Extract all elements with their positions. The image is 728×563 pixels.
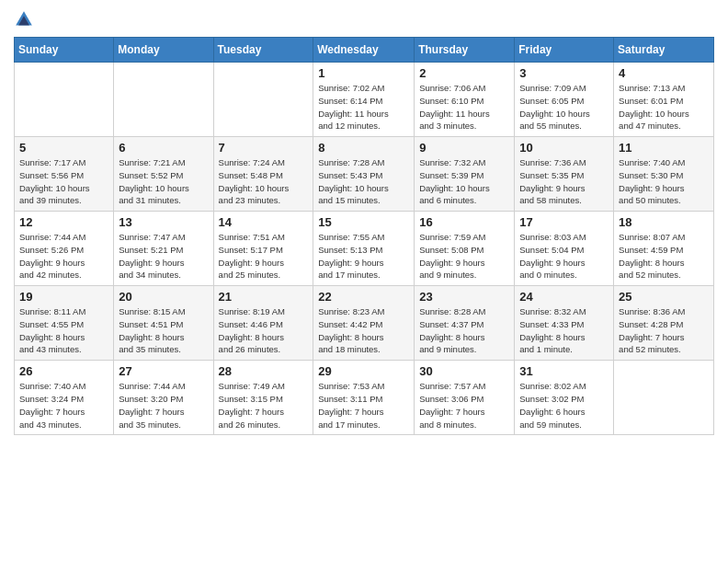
- day-number: 27: [119, 364, 208, 378]
- day-number: 20: [119, 290, 208, 304]
- day-info: Sunrise: 8:15 AM Sunset: 4:51 PM Dayligh…: [119, 305, 208, 356]
- day-info: Sunrise: 7:44 AM Sunset: 3:20 PM Dayligh…: [119, 380, 208, 431]
- day-info: Sunrise: 7:32 AM Sunset: 5:39 PM Dayligh…: [419, 156, 509, 207]
- calendar-cell: 3Sunrise: 7:09 AM Sunset: 6:05 PM Daylig…: [515, 63, 614, 137]
- calendar-cell: 16Sunrise: 7:59 AM Sunset: 5:08 PM Dayli…: [415, 212, 515, 286]
- calendar-header: SundayMondayTuesdayWednesdayThursdayFrid…: [15, 38, 714, 63]
- header: [14, 9, 714, 29]
- calendar-cell: 23Sunrise: 8:28 AM Sunset: 4:37 PM Dayli…: [415, 286, 515, 361]
- calendar-cell: 19Sunrise: 8:11 AM Sunset: 4:55 PM Dayli…: [15, 286, 114, 361]
- calendar: SundayMondayTuesdayWednesdayThursdayFrid…: [14, 37, 714, 435]
- day-info: Sunrise: 7:21 AM Sunset: 5:52 PM Dayligh…: [119, 156, 208, 207]
- day-number: 19: [19, 290, 108, 304]
- day-number: 28: [219, 364, 309, 378]
- day-number: 8: [318, 141, 409, 155]
- day-info: Sunrise: 7:57 AM Sunset: 3:06 PM Dayligh…: [419, 380, 509, 431]
- calendar-cell: 2Sunrise: 7:06 AM Sunset: 6:10 PM Daylig…: [415, 63, 515, 137]
- calendar-cell: 7Sunrise: 7:24 AM Sunset: 5:48 PM Daylig…: [213, 137, 313, 212]
- calendar-cell: 10Sunrise: 7:36 AM Sunset: 5:35 PM Dayli…: [515, 137, 614, 212]
- day-header-tuesday: Tuesday: [213, 38, 313, 63]
- logo: [14, 9, 37, 29]
- day-info: Sunrise: 7:40 AM Sunset: 3:24 PM Dayligh…: [19, 380, 108, 431]
- day-header-monday: Monday: [114, 38, 213, 63]
- calendar-cell: 11Sunrise: 7:40 AM Sunset: 5:30 PM Dayli…: [614, 137, 714, 212]
- calendar-cell: 27Sunrise: 7:44 AM Sunset: 3:20 PM Dayli…: [114, 361, 213, 435]
- day-info: Sunrise: 7:49 AM Sunset: 3:15 PM Dayligh…: [219, 380, 309, 431]
- day-info: Sunrise: 7:51 AM Sunset: 5:17 PM Dayligh…: [219, 231, 309, 282]
- day-info: Sunrise: 8:28 AM Sunset: 4:37 PM Dayligh…: [419, 305, 509, 356]
- day-header-thursday: Thursday: [415, 38, 515, 63]
- day-number: 11: [619, 141, 709, 155]
- day-header-friday: Friday: [515, 38, 614, 63]
- day-number: 1: [318, 66, 409, 80]
- calendar-cell: 9Sunrise: 7:32 AM Sunset: 5:39 PM Daylig…: [415, 137, 515, 212]
- day-number: 26: [19, 364, 108, 378]
- day-info: Sunrise: 7:59 AM Sunset: 5:08 PM Dayligh…: [419, 231, 509, 282]
- week-row-4: 19Sunrise: 8:11 AM Sunset: 4:55 PM Dayli…: [15, 286, 714, 361]
- calendar-cell: 22Sunrise: 8:23 AM Sunset: 4:42 PM Dayli…: [313, 286, 415, 361]
- day-info: Sunrise: 7:17 AM Sunset: 5:56 PM Dayligh…: [19, 156, 108, 207]
- calendar-cell: [15, 63, 114, 137]
- calendar-cell: 4Sunrise: 7:13 AM Sunset: 6:01 PM Daylig…: [614, 63, 714, 137]
- day-number: 3: [519, 66, 609, 80]
- day-info: Sunrise: 7:09 AM Sunset: 6:05 PM Dayligh…: [519, 82, 609, 132]
- day-number: 18: [619, 215, 709, 229]
- day-info: Sunrise: 8:11 AM Sunset: 4:55 PM Dayligh…: [19, 305, 108, 356]
- calendar-cell: 14Sunrise: 7:51 AM Sunset: 5:17 PM Dayli…: [213, 212, 313, 286]
- day-info: Sunrise: 7:28 AM Sunset: 5:43 PM Dayligh…: [318, 156, 409, 207]
- day-info: Sunrise: 8:36 AM Sunset: 4:28 PM Dayligh…: [619, 305, 709, 356]
- day-info: Sunrise: 8:03 AM Sunset: 5:04 PM Dayligh…: [519, 231, 609, 282]
- day-number: 16: [419, 215, 509, 229]
- page: SundayMondayTuesdayWednesdayThursdayFrid…: [0, 0, 728, 449]
- calendar-cell: 30Sunrise: 7:57 AM Sunset: 3:06 PM Dayli…: [415, 361, 515, 435]
- day-info: Sunrise: 8:23 AM Sunset: 4:42 PM Dayligh…: [318, 305, 409, 356]
- day-number: 2: [419, 66, 509, 80]
- day-number: 9: [419, 141, 509, 155]
- calendar-cell: 5Sunrise: 7:17 AM Sunset: 5:56 PM Daylig…: [15, 137, 114, 212]
- day-info: Sunrise: 7:02 AM Sunset: 6:14 PM Dayligh…: [318, 82, 409, 132]
- week-row-3: 12Sunrise: 7:44 AM Sunset: 5:26 PM Dayli…: [15, 212, 714, 286]
- day-number: 22: [318, 290, 409, 304]
- week-row-5: 26Sunrise: 7:40 AM Sunset: 3:24 PM Dayli…: [15, 361, 714, 435]
- calendar-body: 1Sunrise: 7:02 AM Sunset: 6:14 PM Daylig…: [15, 63, 714, 435]
- day-number: 23: [419, 290, 509, 304]
- calendar-cell: 26Sunrise: 7:40 AM Sunset: 3:24 PM Dayli…: [15, 361, 114, 435]
- header-row: SundayMondayTuesdayWednesdayThursdayFrid…: [15, 38, 714, 63]
- calendar-cell: 25Sunrise: 8:36 AM Sunset: 4:28 PM Dayli…: [614, 286, 714, 361]
- day-info: Sunrise: 7:24 AM Sunset: 5:48 PM Dayligh…: [219, 156, 309, 207]
- calendar-cell: 29Sunrise: 7:53 AM Sunset: 3:11 PM Dayli…: [313, 361, 415, 435]
- day-number: 13: [119, 215, 208, 229]
- day-number: 21: [219, 290, 309, 304]
- day-number: 25: [619, 290, 709, 304]
- calendar-cell: 18Sunrise: 8:07 AM Sunset: 4:59 PM Dayli…: [614, 212, 714, 286]
- day-number: 17: [519, 215, 609, 229]
- day-info: Sunrise: 8:19 AM Sunset: 4:46 PM Dayligh…: [219, 305, 309, 356]
- day-info: Sunrise: 7:40 AM Sunset: 5:30 PM Dayligh…: [619, 156, 709, 207]
- calendar-cell: 28Sunrise: 7:49 AM Sunset: 3:15 PM Dayli…: [213, 361, 313, 435]
- week-row-1: 1Sunrise: 7:02 AM Sunset: 6:14 PM Daylig…: [15, 63, 714, 137]
- day-number: 15: [318, 215, 409, 229]
- calendar-cell: [114, 63, 213, 137]
- calendar-cell: [213, 63, 313, 137]
- calendar-cell: 17Sunrise: 8:03 AM Sunset: 5:04 PM Dayli…: [515, 212, 614, 286]
- calendar-cell: 15Sunrise: 7:55 AM Sunset: 5:13 PM Dayli…: [313, 212, 415, 286]
- day-info: Sunrise: 7:53 AM Sunset: 3:11 PM Dayligh…: [318, 380, 409, 431]
- day-info: Sunrise: 8:07 AM Sunset: 4:59 PM Dayligh…: [619, 231, 709, 282]
- logo-icon: [14, 9, 34, 29]
- day-number: 30: [419, 364, 509, 378]
- day-number: 7: [219, 141, 309, 155]
- day-header-wednesday: Wednesday: [313, 38, 415, 63]
- day-number: 29: [318, 364, 409, 378]
- calendar-cell: 31Sunrise: 8:02 AM Sunset: 3:02 PM Dayli…: [515, 361, 614, 435]
- day-info: Sunrise: 7:36 AM Sunset: 5:35 PM Dayligh…: [519, 156, 609, 207]
- day-number: 10: [519, 141, 609, 155]
- day-number: 14: [219, 215, 309, 229]
- day-number: 12: [19, 215, 108, 229]
- calendar-cell: 21Sunrise: 8:19 AM Sunset: 4:46 PM Dayli…: [213, 286, 313, 361]
- calendar-cell: 8Sunrise: 7:28 AM Sunset: 5:43 PM Daylig…: [313, 137, 415, 212]
- day-number: 5: [19, 141, 108, 155]
- calendar-cell: [614, 361, 714, 435]
- day-info: Sunrise: 7:13 AM Sunset: 6:01 PM Dayligh…: [619, 82, 709, 132]
- day-number: 31: [519, 364, 609, 378]
- week-row-2: 5Sunrise: 7:17 AM Sunset: 5:56 PM Daylig…: [15, 137, 714, 212]
